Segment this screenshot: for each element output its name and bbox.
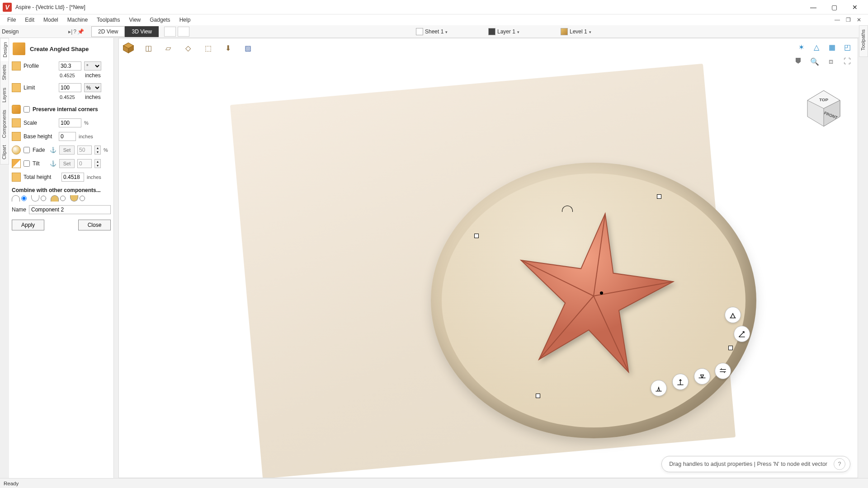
close-button[interactable]: Close (78, 220, 111, 230)
menu-model[interactable]: Model (39, 15, 63, 24)
outline-icon[interactable]: ◇ (181, 41, 195, 55)
preserve-corners-checkbox[interactable] (24, 106, 30, 113)
combine-add[interactable] (12, 195, 27, 202)
menu-edit[interactable]: Edit (20, 15, 39, 24)
minimize-button[interactable]: — (803, 0, 824, 14)
anchor-icon[interactable]: ⚓ (50, 160, 57, 167)
download-icon[interactable]: ⬇ (221, 41, 235, 55)
profile-input[interactable] (59, 61, 81, 70)
help-icon[interactable]: ? (73, 28, 76, 35)
plane-icon[interactable]: ▱ (161, 41, 175, 55)
combine-merge[interactable] (51, 195, 66, 202)
selection-handle[interactable] (474, 234, 479, 238)
apply-button[interactable]: Apply (12, 220, 44, 230)
panel-title: Create Angled Shape (30, 46, 89, 52)
center-point[interactable] (600, 291, 603, 295)
level-icon (561, 28, 568, 35)
box-icon[interactable]: ⬚ (201, 41, 215, 55)
sidetab-components[interactable]: Components (0, 106, 8, 141)
selection-handle[interactable] (536, 394, 540, 398)
snap-shape-icon[interactable]: △ (811, 41, 822, 53)
close-window-button[interactable]: ✕ (844, 0, 865, 14)
menu-help[interactable]: Help (175, 15, 195, 24)
tilt-checkbox[interactable] (24, 160, 30, 167)
float-tool-angle[interactable] (734, 326, 750, 342)
fade-checkbox[interactable] (24, 147, 30, 153)
level-selector[interactable]: Level 1 (561, 28, 596, 35)
fade-icon (12, 145, 21, 155)
float-tool-base[interactable] (651, 380, 667, 396)
nav-cube[interactable]: TOP FRONT (803, 88, 844, 129)
tilt-set-button[interactable]: Set (59, 159, 75, 168)
combine-low[interactable] (70, 195, 85, 202)
float-tool-width[interactable] (694, 368, 710, 385)
sidetab-toolpaths[interactable]: Toolpaths (859, 26, 867, 54)
status-text: Ready (4, 481, 19, 486)
combine-subtract[interactable] (31, 195, 46, 202)
menu-view[interactable]: View (124, 15, 145, 24)
hint-help-button[interactable]: ? (834, 458, 845, 470)
profile-unit-select[interactable]: ° (84, 61, 101, 70)
scale-icon (12, 118, 21, 127)
tilt-spinner[interactable]: ▴▾ (94, 159, 101, 168)
maximize-button[interactable]: ▢ (824, 0, 844, 14)
zoom-region-icon[interactable]: ⧈ (825, 56, 837, 67)
limit-input[interactable] (59, 83, 81, 92)
menu-machine[interactable]: Machine (63, 15, 92, 24)
component-name-input[interactable] (29, 205, 111, 214)
select-icon[interactable]: ◫ (142, 41, 155, 55)
float-tool-profile[interactable] (725, 307, 741, 323)
panel-collapse-icon[interactable]: ▸| (68, 28, 72, 35)
layout-split-button[interactable] (178, 27, 189, 37)
float-tool-sliders[interactable] (715, 363, 731, 379)
zoom-extents-icon[interactable]: ⛶ (841, 56, 853, 67)
float-tool-height[interactable] (672, 374, 689, 390)
baseheight-input[interactable] (59, 132, 76, 141)
baseheight-icon (12, 132, 21, 141)
layout-single-button[interactable] (164, 27, 176, 37)
scale-input[interactable] (59, 118, 81, 127)
viewport-3d[interactable]: ◫ ▱ ◇ ⬚ ⬇ ▨ ✶ △ ▦ ◰ ⛊ 🔍 ⧈ ⛶ TOP FRONT (118, 38, 858, 478)
tilt-label: Tilt (33, 160, 47, 167)
menu-toolpaths[interactable]: Toolpaths (92, 15, 124, 24)
combine-label: Combine with other components... (12, 187, 111, 193)
shield-icon[interactable]: ⛊ (793, 56, 804, 67)
anchor-icon[interactable]: ⚓ (50, 147, 57, 153)
selection-handle[interactable] (657, 194, 661, 199)
fade-spinner[interactable]: ▴▾ (94, 145, 101, 155)
status-bar: Ready (0, 478, 868, 488)
secondary-header: Design ▸| ? 📌 2D View 3D View Sheet 1 La… (0, 25, 868, 38)
totalheight-icon (12, 173, 21, 182)
viewport-toolbar-snap: ✶ △ ▦ ◰ (795, 41, 853, 53)
mdi-close-button[interactable]: ✕ (854, 15, 863, 24)
limit-unit-select[interactable]: % (84, 83, 101, 92)
pin-icon[interactable]: 📌 (77, 28, 84, 35)
tab-3d-view[interactable]: 3D View (125, 26, 158, 37)
mdi-minimize-button[interactable]: — (833, 15, 842, 24)
sidetab-design[interactable]: Design (0, 38, 9, 61)
fade-set-button[interactable]: Set (59, 145, 75, 155)
snap-bounds-icon[interactable]: ◰ (841, 41, 853, 53)
snap-grid-icon[interactable]: ▦ (826, 41, 838, 53)
design-tab[interactable]: Design ▸| ? 📌 (0, 28, 87, 35)
star-component[interactable] (503, 206, 684, 386)
snap-point-icon[interactable]: ✶ (795, 41, 807, 53)
sidetab-layers[interactable]: Layers (0, 84, 8, 106)
menu-file[interactable]: File (3, 15, 20, 24)
tab-2d-view[interactable]: 2D View (91, 26, 125, 37)
tilt-icon (12, 159, 21, 168)
menu-bar: File Edit Model Machine Toolpaths View G… (0, 14, 868, 25)
totalheight-input[interactable] (61, 173, 84, 182)
mdi-restore-button[interactable]: ❐ (844, 15, 853, 24)
hatch-icon[interactable]: ▨ (241, 41, 255, 55)
selection-handle[interactable] (728, 346, 733, 350)
zoom-fit-icon[interactable]: 🔍 (809, 56, 821, 67)
scale-label: Scale (24, 120, 56, 126)
sidetab-sheets[interactable]: Sheets (0, 61, 8, 84)
iso-view-icon[interactable] (122, 41, 135, 55)
sidetab-clipart[interactable]: Clipart (0, 141, 8, 163)
layer-selector[interactable]: Layer 1 (488, 28, 524, 35)
menu-gadgets[interactable]: Gadgets (145, 15, 175, 24)
sheet-selector[interactable]: Sheet 1 (416, 28, 452, 35)
svg-text:TOP: TOP (819, 97, 829, 102)
